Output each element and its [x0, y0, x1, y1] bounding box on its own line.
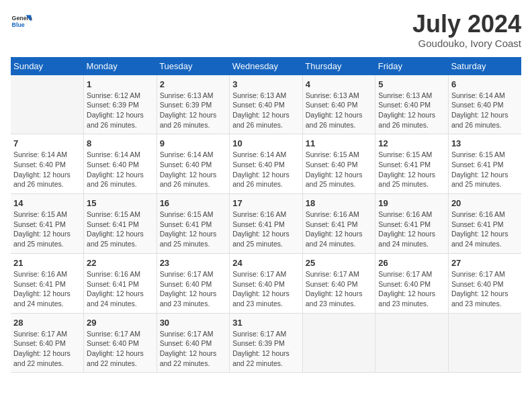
location: Goudouko, Ivory Coast — [412, 38, 521, 49]
day-info: Sunrise: 6:12 AMSunset: 6:39 PMDaylight:… — [87, 91, 154, 130]
calendar-cell: 20Sunrise: 6:16 AMSunset: 6:41 PMDayligh… — [448, 194, 521, 254]
calendar-cell — [375, 313, 449, 373]
day-info: Sunrise: 6:14 AMSunset: 6:40 PMDaylight:… — [232, 150, 300, 189]
day-info: Sunrise: 6:14 AMSunset: 6:40 PMDaylight:… — [451, 91, 519, 130]
day-info: Sunrise: 6:16 AMSunset: 6:41 PMDaylight:… — [232, 210, 300, 249]
calendar-cell — [302, 313, 375, 373]
day-info: Sunrise: 6:13 AMSunset: 6:40 PMDaylight:… — [378, 91, 445, 130]
calendar-cell: 5Sunrise: 6:13 AMSunset: 6:40 PMDaylight… — [375, 75, 449, 134]
day-number: 11 — [306, 138, 373, 148]
calendar-week-row: 1Sunrise: 6:12 AMSunset: 6:39 PMDaylight… — [11, 75, 521, 134]
day-info: Sunrise: 6:13 AMSunset: 6:40 PMDaylight:… — [306, 91, 373, 130]
day-info: Sunrise: 6:13 AMSunset: 6:40 PMDaylight:… — [232, 91, 300, 130]
calendar-cell: 21Sunrise: 6:16 AMSunset: 6:41 PMDayligh… — [11, 253, 84, 313]
day-number: 4 — [306, 79, 373, 89]
calendar-cell — [448, 313, 521, 373]
day-info: Sunrise: 6:17 AMSunset: 6:40 PMDaylight:… — [160, 269, 227, 309]
calendar-cell: 15Sunrise: 6:15 AMSunset: 6:41 PMDayligh… — [84, 194, 157, 254]
header: General Blue July 2024 Goudouko, Ivory C… — [11, 11, 521, 49]
weekday-header-wednesday: Wednesday — [230, 57, 303, 75]
day-number: 9 — [160, 138, 227, 148]
day-number: 29 — [87, 318, 154, 328]
day-info: Sunrise: 6:15 AMSunset: 6:41 PMDaylight:… — [451, 150, 519, 189]
day-number: 20 — [451, 198, 519, 208]
calendar-cell: 30Sunrise: 6:17 AMSunset: 6:40 PMDayligh… — [157, 313, 230, 373]
day-number: 24 — [232, 258, 300, 268]
calendar-week-row: 28Sunrise: 6:17 AMSunset: 6:40 PMDayligh… — [11, 313, 521, 373]
weekday-header-friday: Friday — [375, 57, 449, 75]
calendar-cell: 24Sunrise: 6:17 AMSunset: 6:40 PMDayligh… — [230, 253, 303, 313]
day-number: 27 — [451, 258, 519, 268]
day-number: 7 — [13, 138, 81, 148]
day-info: Sunrise: 6:17 AMSunset: 6:40 PMDaylight:… — [13, 329, 81, 369]
day-info: Sunrise: 6:15 AMSunset: 6:40 PMDaylight:… — [306, 150, 373, 189]
calendar-cell: 28Sunrise: 6:17 AMSunset: 6:40 PMDayligh… — [11, 313, 84, 373]
day-number: 28 — [13, 318, 81, 328]
calendar-cell: 9Sunrise: 6:14 AMSunset: 6:40 PMDaylight… — [157, 134, 230, 194]
calendar-cell: 25Sunrise: 6:17 AMSunset: 6:40 PMDayligh… — [302, 253, 375, 313]
calendar-cell: 14Sunrise: 6:15 AMSunset: 6:41 PMDayligh… — [11, 194, 84, 254]
day-number: 26 — [378, 258, 445, 268]
day-number: 2 — [160, 79, 227, 89]
weekday-header-tuesday: Tuesday — [157, 57, 230, 75]
day-number: 16 — [160, 198, 227, 208]
calendar-cell: 3Sunrise: 6:13 AMSunset: 6:40 PMDaylight… — [230, 75, 303, 134]
calendar-cell: 27Sunrise: 6:17 AMSunset: 6:40 PMDayligh… — [448, 253, 521, 313]
logo: General Blue — [11, 11, 32, 32]
calendar-cell: 6Sunrise: 6:14 AMSunset: 6:40 PMDaylight… — [448, 75, 521, 134]
calendar-cell: 17Sunrise: 6:16 AMSunset: 6:41 PMDayligh… — [230, 194, 303, 254]
calendar-cell: 13Sunrise: 6:15 AMSunset: 6:41 PMDayligh… — [448, 134, 521, 194]
day-number: 25 — [306, 258, 373, 268]
calendar-header-row: SundayMondayTuesdayWednesdayThursdayFrid… — [11, 57, 521, 75]
day-info: Sunrise: 6:14 AMSunset: 6:40 PMDaylight:… — [160, 150, 227, 189]
day-info: Sunrise: 6:15 AMSunset: 6:41 PMDaylight:… — [13, 210, 81, 249]
calendar-table: SundayMondayTuesdayWednesdayThursdayFrid… — [11, 57, 521, 373]
calendar-week-row: 14Sunrise: 6:15 AMSunset: 6:41 PMDayligh… — [11, 194, 521, 254]
calendar-cell: 18Sunrise: 6:16 AMSunset: 6:41 PMDayligh… — [302, 194, 375, 254]
calendar-week-row: 7Sunrise: 6:14 AMSunset: 6:40 PMDaylight… — [11, 134, 521, 194]
day-number: 1 — [87, 79, 154, 89]
day-number: 14 — [13, 198, 81, 208]
weekday-header-monday: Monday — [84, 57, 157, 75]
day-number: 3 — [232, 79, 300, 89]
day-info: Sunrise: 6:17 AMSunset: 6:40 PMDaylight:… — [160, 329, 227, 369]
day-info: Sunrise: 6:17 AMSunset: 6:39 PMDaylight:… — [232, 329, 300, 369]
calendar-cell: 10Sunrise: 6:14 AMSunset: 6:40 PMDayligh… — [230, 134, 303, 194]
svg-text:Blue: Blue — [12, 21, 25, 28]
calendar-cell — [11, 75, 84, 134]
day-info: Sunrise: 6:15 AMSunset: 6:41 PMDaylight:… — [87, 210, 154, 249]
day-info: Sunrise: 6:15 AMSunset: 6:41 PMDaylight:… — [378, 150, 445, 189]
logo-icon: General Blue — [11, 11, 32, 32]
day-info: Sunrise: 6:15 AMSunset: 6:41 PMDaylight:… — [160, 210, 227, 249]
day-number: 12 — [378, 138, 445, 148]
day-info: Sunrise: 6:13 AMSunset: 6:39 PMDaylight:… — [160, 91, 227, 130]
day-number: 30 — [160, 318, 227, 328]
weekday-header-thursday: Thursday — [302, 57, 375, 75]
calendar-cell: 26Sunrise: 6:17 AMSunset: 6:40 PMDayligh… — [375, 253, 449, 313]
calendar-week-row: 21Sunrise: 6:16 AMSunset: 6:41 PMDayligh… — [11, 253, 521, 313]
day-info: Sunrise: 6:14 AMSunset: 6:40 PMDaylight:… — [87, 150, 154, 189]
calendar-cell: 2Sunrise: 6:13 AMSunset: 6:39 PMDaylight… — [157, 75, 230, 134]
day-number: 17 — [232, 198, 300, 208]
day-number: 31 — [232, 318, 300, 328]
day-number: 19 — [378, 198, 445, 208]
weekday-header-sunday: Sunday — [11, 57, 84, 75]
day-number: 18 — [306, 198, 373, 208]
day-number: 10 — [232, 138, 300, 148]
day-info: Sunrise: 6:17 AMSunset: 6:40 PMDaylight:… — [232, 269, 300, 309]
calendar-cell: 31Sunrise: 6:17 AMSunset: 6:39 PMDayligh… — [230, 313, 303, 373]
calendar-cell: 11Sunrise: 6:15 AMSunset: 6:40 PMDayligh… — [302, 134, 375, 194]
day-number: 6 — [451, 79, 519, 89]
weekday-header-saturday: Saturday — [448, 57, 521, 75]
title-area: July 2024 Goudouko, Ivory Coast — [412, 11, 521, 49]
day-info: Sunrise: 6:17 AMSunset: 6:40 PMDaylight:… — [306, 269, 373, 309]
day-info: Sunrise: 6:14 AMSunset: 6:40 PMDaylight:… — [13, 150, 81, 189]
day-info: Sunrise: 6:16 AMSunset: 6:41 PMDaylight:… — [378, 210, 445, 249]
calendar-cell: 29Sunrise: 6:17 AMSunset: 6:40 PMDayligh… — [84, 313, 157, 373]
day-number: 15 — [87, 198, 154, 208]
day-info: Sunrise: 6:17 AMSunset: 6:40 PMDaylight:… — [451, 269, 519, 309]
day-number: 23 — [160, 258, 227, 268]
day-number: 8 — [87, 138, 154, 148]
day-info: Sunrise: 6:17 AMSunset: 6:40 PMDaylight:… — [378, 269, 445, 309]
calendar-cell: 16Sunrise: 6:15 AMSunset: 6:41 PMDayligh… — [157, 194, 230, 254]
